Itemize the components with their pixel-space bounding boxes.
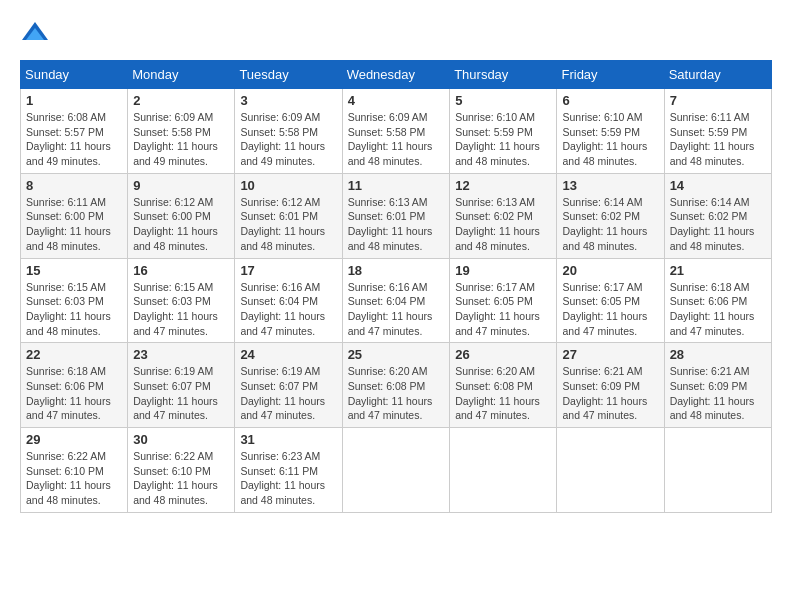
sunrise-label: Sunrise:: [348, 111, 389, 123]
day-number: 12: [455, 178, 551, 193]
sunrise-label: Sunrise:: [670, 281, 711, 293]
calendar-day-cell: 23 Sunrise: 6:19 AM Sunset: 6:07 PM Dayl…: [128, 343, 235, 428]
sunset-time: 6:00 PM: [65, 210, 104, 222]
sunrise-time: 6:15 AM: [175, 281, 214, 293]
day-number: 10: [240, 178, 336, 193]
day-number: 1: [26, 93, 122, 108]
logo: [20, 20, 54, 50]
calendar-day-cell: 4 Sunrise: 6:09 AM Sunset: 5:58 PM Dayli…: [342, 89, 450, 174]
sunrise-label: Sunrise:: [348, 365, 389, 377]
day-info: Sunrise: 6:16 AM Sunset: 6:04 PM Dayligh…: [240, 280, 336, 339]
daylight-label: Daylight:: [455, 395, 499, 407]
day-number: 9: [133, 178, 229, 193]
weekday-header-wednesday: Wednesday: [342, 61, 450, 89]
daylight-label: Daylight:: [670, 140, 714, 152]
sunset-time: 6:09 PM: [601, 380, 640, 392]
day-number: 27: [562, 347, 658, 362]
day-number: 20: [562, 263, 658, 278]
sunrise-label: Sunrise:: [455, 281, 496, 293]
page-header: [20, 20, 772, 50]
sunset-time: 6:00 PM: [172, 210, 211, 222]
calendar-day-cell: 22 Sunrise: 6:18 AM Sunset: 6:06 PM Dayl…: [21, 343, 128, 428]
calendar-day-cell: 14 Sunrise: 6:14 AM Sunset: 6:02 PM Dayl…: [664, 173, 771, 258]
empty-cell: [664, 428, 771, 513]
sunset-time: 6:02 PM: [601, 210, 640, 222]
day-info: Sunrise: 6:18 AM Sunset: 6:06 PM Dayligh…: [26, 364, 122, 423]
day-number: 29: [26, 432, 122, 447]
sunset-label: Sunset:: [562, 210, 601, 222]
calendar-week-row: 15 Sunrise: 6:15 AM Sunset: 6:03 PM Dayl…: [21, 258, 772, 343]
calendar-day-cell: 27 Sunrise: 6:21 AM Sunset: 6:09 PM Dayl…: [557, 343, 664, 428]
sunrise-label: Sunrise:: [133, 111, 174, 123]
calendar-week-row: 8 Sunrise: 6:11 AM Sunset: 6:00 PM Dayli…: [21, 173, 772, 258]
day-info: Sunrise: 6:19 AM Sunset: 6:07 PM Dayligh…: [240, 364, 336, 423]
calendar-day-cell: 30 Sunrise: 6:22 AM Sunset: 6:10 PM Dayl…: [128, 428, 235, 513]
day-number: 30: [133, 432, 229, 447]
sunset-time: 6:10 PM: [65, 465, 104, 477]
sunset-time: 6:07 PM: [172, 380, 211, 392]
day-info: Sunrise: 6:11 AM Sunset: 6:00 PM Dayligh…: [26, 195, 122, 254]
calendar-day-cell: 17 Sunrise: 6:16 AM Sunset: 6:04 PM Dayl…: [235, 258, 342, 343]
sunrise-time: 6:16 AM: [282, 281, 321, 293]
daylight-label: Daylight:: [670, 395, 714, 407]
day-number: 19: [455, 263, 551, 278]
sunset-label: Sunset:: [240, 126, 279, 138]
sunset-time: 6:10 PM: [172, 465, 211, 477]
day-number: 24: [240, 347, 336, 362]
sunrise-label: Sunrise:: [133, 281, 174, 293]
sunset-time: 5:59 PM: [708, 126, 747, 138]
sunrise-label: Sunrise:: [670, 111, 711, 123]
calendar-day-cell: 6 Sunrise: 6:10 AM Sunset: 5:59 PM Dayli…: [557, 89, 664, 174]
daylight-label: Daylight:: [562, 310, 606, 322]
day-info: Sunrise: 6:09 AM Sunset: 5:58 PM Dayligh…: [348, 110, 445, 169]
sunrise-label: Sunrise:: [240, 196, 281, 208]
calendar-day-cell: 11 Sunrise: 6:13 AM Sunset: 6:01 PM Dayl…: [342, 173, 450, 258]
calendar-day-cell: 15 Sunrise: 6:15 AM Sunset: 6:03 PM Dayl…: [21, 258, 128, 343]
calendar-day-cell: 24 Sunrise: 6:19 AM Sunset: 6:07 PM Dayl…: [235, 343, 342, 428]
sunrise-time: 6:18 AM: [67, 365, 106, 377]
sunset-label: Sunset:: [348, 295, 387, 307]
day-info: Sunrise: 6:23 AM Sunset: 6:11 PM Dayligh…: [240, 449, 336, 508]
day-number: 21: [670, 263, 766, 278]
calendar-day-cell: 19 Sunrise: 6:17 AM Sunset: 6:05 PM Dayl…: [450, 258, 557, 343]
sunset-time: 5:58 PM: [386, 126, 425, 138]
day-info: Sunrise: 6:10 AM Sunset: 5:59 PM Dayligh…: [455, 110, 551, 169]
sunset-time: 6:01 PM: [386, 210, 425, 222]
sunset-time: 5:59 PM: [601, 126, 640, 138]
day-number: 23: [133, 347, 229, 362]
day-info: Sunrise: 6:17 AM Sunset: 6:05 PM Dayligh…: [562, 280, 658, 339]
sunset-label: Sunset:: [133, 295, 172, 307]
sunrise-label: Sunrise:: [562, 281, 603, 293]
day-number: 31: [240, 432, 336, 447]
calendar-day-cell: 10 Sunrise: 6:12 AM Sunset: 6:01 PM Dayl…: [235, 173, 342, 258]
day-info: Sunrise: 6:17 AM Sunset: 6:05 PM Dayligh…: [455, 280, 551, 339]
sunrise-label: Sunrise:: [26, 450, 67, 462]
day-info: Sunrise: 6:13 AM Sunset: 6:01 PM Dayligh…: [348, 195, 445, 254]
daylight-label: Daylight:: [348, 310, 392, 322]
sunrise-time: 6:22 AM: [175, 450, 214, 462]
day-number: 17: [240, 263, 336, 278]
sunrise-label: Sunrise:: [348, 196, 389, 208]
weekday-header-tuesday: Tuesday: [235, 61, 342, 89]
sunrise-time: 6:19 AM: [175, 365, 214, 377]
daylight-label: Daylight:: [562, 395, 606, 407]
daylight-label: Daylight:: [133, 225, 177, 237]
sunset-time: 6:07 PM: [279, 380, 318, 392]
sunset-label: Sunset:: [348, 380, 387, 392]
sunset-time: 6:06 PM: [708, 295, 747, 307]
sunrise-time: 6:20 AM: [497, 365, 536, 377]
sunrise-label: Sunrise:: [670, 196, 711, 208]
daylight-label: Daylight:: [348, 225, 392, 237]
daylight-label: Daylight:: [348, 140, 392, 152]
sunrise-label: Sunrise:: [455, 111, 496, 123]
calendar-day-cell: 25 Sunrise: 6:20 AM Sunset: 6:08 PM Dayl…: [342, 343, 450, 428]
day-number: 26: [455, 347, 551, 362]
sunset-time: 6:02 PM: [494, 210, 533, 222]
sunrise-time: 6:09 AM: [282, 111, 321, 123]
weekday-header-thursday: Thursday: [450, 61, 557, 89]
calendar-day-cell: 29 Sunrise: 6:22 AM Sunset: 6:10 PM Dayl…: [21, 428, 128, 513]
sunset-label: Sunset:: [133, 465, 172, 477]
sunset-time: 6:08 PM: [386, 380, 425, 392]
daylight-label: Daylight:: [240, 225, 284, 237]
day-info: Sunrise: 6:10 AM Sunset: 5:59 PM Dayligh…: [562, 110, 658, 169]
